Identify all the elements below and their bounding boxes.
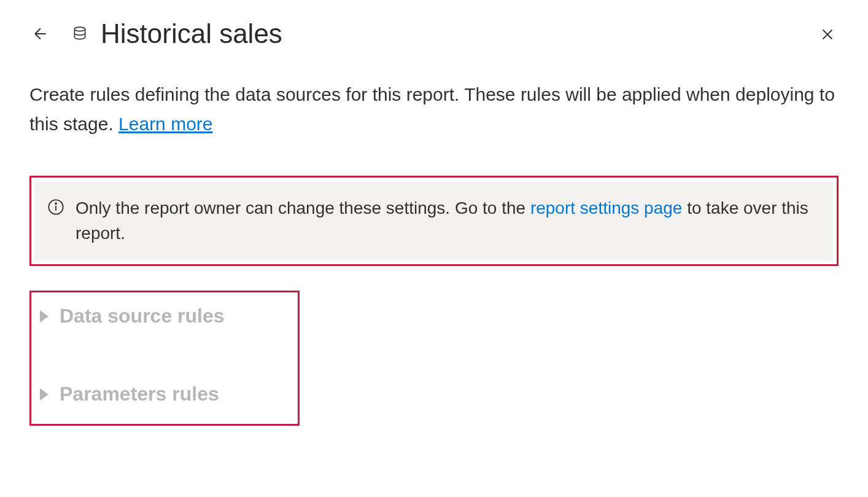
rules-section-highlight: Data source rules Parameters rules: [29, 291, 300, 426]
close-icon: [818, 25, 837, 44]
data-source-rules-label: Data source rules: [60, 305, 225, 327]
database-icon: [71, 25, 88, 42]
info-text-prefix: Only the report owner can change these s…: [76, 198, 530, 217]
info-banner: Only the report owner can change these s…: [35, 181, 833, 260]
info-message: Only the report owner can change these s…: [76, 196, 821, 246]
panel-header: Historical sales: [29, 18, 839, 49]
page-title: Historical sales: [101, 18, 282, 49]
data-source-rules-expander[interactable]: Data source rules: [40, 305, 289, 327]
arrow-left-icon: [31, 25, 50, 43]
caret-right-icon: [40, 310, 48, 323]
report-settings-link[interactable]: report settings page: [530, 198, 683, 217]
info-banner-highlight: Only the report owner can change these s…: [29, 176, 839, 266]
learn-more-link[interactable]: Learn more: [118, 114, 212, 134]
close-button[interactable]: [816, 23, 839, 45]
svg-point-3: [55, 203, 56, 204]
description-text: Create rules defining the data sources f…: [29, 80, 839, 139]
parameters-rules-label: Parameters rules: [60, 383, 219, 405]
caret-right-icon: [40, 388, 48, 401]
svg-point-0: [74, 27, 85, 31]
info-icon: [47, 198, 64, 218]
back-button[interactable]: [29, 23, 52, 45]
parameters-rules-expander[interactable]: Parameters rules: [40, 383, 289, 405]
